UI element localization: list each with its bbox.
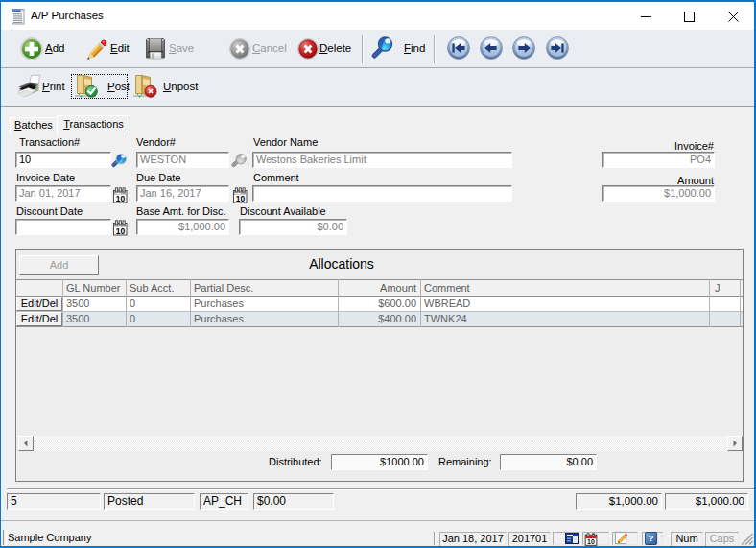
svg-text:?: ? <box>649 534 654 543</box>
svg-text:10: 10 <box>587 538 595 545</box>
